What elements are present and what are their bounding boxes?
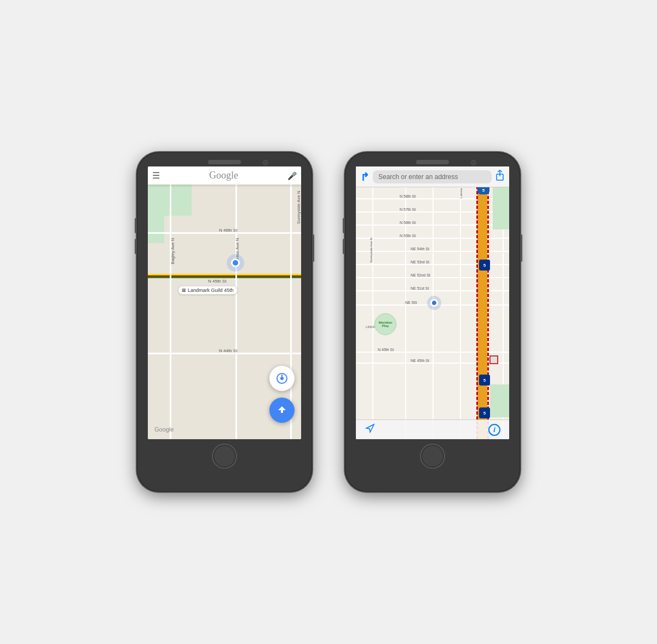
directions-icon (276, 404, 288, 416)
turn-icon[interactable]: ↱ (360, 170, 370, 183)
share-icon[interactable] (495, 170, 505, 183)
highway-i5 (477, 166, 487, 439)
location-dot-r (430, 299, 438, 307)
green-area-r (493, 186, 509, 229)
power-button-r[interactable] (520, 234, 522, 262)
lbl-sunnyside-r: Sunnyside Ave N (370, 238, 373, 263)
lbl-56th: N 56th St (400, 221, 416, 225)
phone-left: T-Mobile LTE 3:03 PM ⊕ ➤ ✦ ⚡ (137, 152, 312, 492)
highway-border-right (487, 166, 489, 439)
cross-street-marker (489, 355, 498, 364)
vol-up-button[interactable] (135, 218, 137, 233)
google-logo: Google (154, 426, 174, 433)
av-sunnyside (372, 166, 373, 439)
interstate-number-2: 5 (483, 378, 486, 383)
landmark-guild: 🏛 Landmark Guild 45th (178, 286, 238, 295)
av-latona (460, 166, 461, 439)
lbl-54th: NE 54th St (411, 247, 429, 251)
vol-down-button[interactable] (135, 239, 137, 254)
label-bagley: Bagley Ave N (170, 238, 175, 264)
google-map-canvas: N 46th St N 45th St N 44th St Bagley Ave… (148, 166, 301, 439)
home-button-left[interactable] (212, 444, 237, 469)
lbl-50th: NE 50t (405, 301, 417, 304)
camera-left (263, 160, 268, 165)
svg-point-1 (280, 377, 284, 380)
compass-icon (276, 372, 288, 384)
google-maps-screen: T-Mobile LTE 3:03 PM ⊕ ➤ ✦ ⚡ (148, 166, 301, 439)
speaker-right (416, 160, 449, 164)
landmark-text: Landmark Guild 45th (188, 288, 234, 293)
interstate-shield-2: 5 (479, 375, 490, 386)
street-corliss (235, 166, 237, 439)
home-button-right[interactable] (420, 444, 445, 469)
landmark-icon: 🏛 (182, 288, 186, 293)
info-icon[interactable]: i (488, 424, 500, 436)
label-sunnyside: Sunnyside Ave N (296, 191, 301, 224)
lbl-51st: NE 51st St (411, 286, 429, 290)
interstate-shield-3: 5 (479, 407, 490, 418)
label-46th: N 46th St (219, 228, 237, 233)
lbl-53rd: NE 53rd St (411, 260, 429, 264)
apple-search-field[interactable]: Search or enter an address (373, 170, 492, 183)
google-search-bar[interactable]: ☰ Google 🎤 (148, 166, 301, 185)
apple-maps-topbar: ↱ Search or enter an address (356, 166, 509, 187)
label-45th: N 45th St (208, 279, 226, 284)
vol-up-button-r[interactable] (343, 218, 345, 233)
apple-maps-screen: T-Mobile LTE 3:11 PM ✳ ⊕ ➤ ✦ ⚡ (356, 166, 509, 439)
vol-down-button-r[interactable] (343, 239, 345, 254)
lbl-45th-ne: NE 45th St (411, 359, 429, 363)
label-44th: N 44th St (219, 348, 237, 353)
street-bagley (170, 166, 171, 439)
location-svg (365, 423, 376, 434)
lbl-55th: N 55th St (400, 234, 416, 238)
lbl-52nd: NE 52nd St (411, 273, 430, 277)
search-input[interactable]: Google (164, 170, 283, 181)
phone-right: T-Mobile LTE 3:11 PM ✳ ⊕ ➤ ✦ ⚡ (345, 152, 520, 492)
interstate-shield-1: 5 (479, 260, 490, 271)
apple-maps-bottombar: i (356, 419, 509, 439)
park-label: MeridianPlay (379, 321, 393, 327)
lbl-58th: N 58th St (400, 194, 416, 198)
lbl-45th-n: N 45th St (378, 348, 394, 352)
location-dot (231, 258, 240, 267)
location-arrow-icon[interactable] (365, 423, 376, 436)
directions-fab[interactable] (269, 398, 295, 423)
apple-map-canvas: N 58th St N 57th St N 56th St N 55th St … (356, 166, 509, 439)
highway-border-left (476, 166, 478, 439)
interstate-number-3: 5 (483, 411, 486, 416)
green-area-br (490, 384, 509, 417)
interstate-number: 5 (483, 263, 486, 268)
lbl-57th: N 57th St (400, 208, 416, 211)
hamburger-icon[interactable]: ☰ (152, 170, 160, 181)
share-svg (495, 170, 505, 181)
camera-right (471, 160, 476, 165)
meridian-park: MeridianPlay (374, 313, 396, 335)
mic-icon[interactable]: 🎤 (287, 171, 297, 180)
compass-fab[interactable] (269, 366, 295, 391)
power-button[interactable] (312, 234, 314, 262)
street-sunnyside (290, 166, 292, 439)
speaker-left (208, 160, 241, 164)
